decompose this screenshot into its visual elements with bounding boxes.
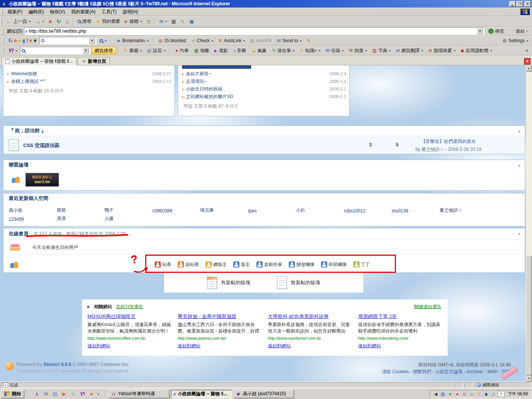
google-settings-button[interactable]: ⚙Settings▾	[500, 36, 530, 45]
print-button[interactable]: ▦	[169, 17, 178, 25]
yahoo-logo[interactable]: Y!▾	[6, 46, 19, 55]
discuz-link[interactable]: Discuz!	[44, 362, 60, 367]
footer-link-clear-cookies[interactable]: 清除 Cookies	[382, 369, 409, 374]
ad-title-link[interactable]: MOSOR馬仕得咖啡豆	[87, 314, 136, 319]
yahoo-knowledge-button[interactable]: ✶知識+▾	[298, 46, 323, 55]
yahoo-web-search-button[interactable]: 網頁搜尋	[91, 47, 116, 54]
yahoo-maps-button[interactable]: ▦地圖	[192, 46, 211, 55]
yahoo-search-input[interactable]: ▾	[20, 47, 90, 54]
google-bookmarks-button[interactable]: ★Bookmarks▾	[114, 36, 151, 45]
toolbar-grip[interactable]	[2, 9, 3, 15]
ads-keyword-link[interactable]: 關鍵連結廣告	[414, 304, 442, 310]
google-search-input[interactable]: G ▾	[40, 37, 97, 44]
vertical-scrollbar[interactable]: ▲ ▼	[526, 65, 532, 382]
quicklaunch-overflow-icon[interactable]: »	[97, 392, 100, 396]
menu-item-view[interactable]: 檢視(V)	[47, 8, 68, 16]
user-link[interactable]: 高小政	[9, 207, 57, 214]
quicklaunch-ie-icon[interactable]: e	[33, 391, 40, 397]
taskbar-task-yahoo-messenger[interactable]: ☺ Yahoo!奇摩即時通	[109, 390, 169, 398]
yahoo-mail-button[interactable]: ✉信箱▾	[323, 46, 346, 55]
thread-link[interactable]: 之前網站被抓的圖片XD	[186, 93, 233, 100]
url-text[interactable]: http://bbs.tw789.net/bbs.php	[29, 28, 86, 34]
toolbar-overflow-button[interactable]: »	[523, 46, 530, 55]
active-tab[interactable]: 小政娛樂論壇 -- 寵物 ‖遊戲 ‖...	[2, 57, 76, 65]
yahoo-auction-button[interactable]: ⚒拍賣▾	[347, 46, 369, 55]
scroll-up-button[interactable]: ▲	[526, 65, 532, 71]
back-button[interactable]: ←上一頁▾	[4, 17, 33, 25]
close-button[interactable]: ✕	[524, 1, 531, 7]
user-link[interactable]: 123456	[9, 217, 57, 222]
minimize-button[interactable]: ▁	[509, 1, 516, 7]
scroll-down-button[interactable]: ▼	[526, 375, 532, 382]
ad-visit-link[interactable]: 連結到網站	[268, 343, 291, 349]
tray-msn-icon[interactable]: ☺	[469, 391, 474, 397]
ime-indicator[interactable]: ✎	[498, 391, 505, 397]
search-button[interactable]: 搜尋	[75, 17, 94, 25]
thread-link[interactable]: 送給大家搭~	[186, 71, 211, 77]
footer-link-contact[interactable]: 聯繫我們	[413, 369, 431, 374]
user-link[interactable]: 屁屁	[57, 207, 104, 214]
yahoo-music-button[interactable]: ♪音樂	[231, 46, 249, 55]
links-button[interactable]: 連結»	[513, 27, 530, 35]
toolbar-grip[interactable]	[2, 38, 3, 44]
address-input[interactable]: e http://bbs.tw789.net/bbs.php ▾	[24, 27, 484, 35]
user-link[interactable]: mu0138	[392, 208, 440, 214]
user-link[interactable]: 小露	[104, 215, 152, 222]
edit-button[interactable]: ✎	[178, 17, 187, 25]
yahoo-settings-button[interactable]: ▤設定▾	[145, 46, 168, 55]
last-post-link[interactable]: 【音樂盒】你們是我的星光	[421, 139, 476, 144]
taskbar-task-forum[interactable]: e 小政娛樂論壇 -- 寵物 ‖...	[171, 390, 232, 398]
tray-display-icon[interactable]: ▤	[440, 391, 445, 397]
ad-visit-link[interactable]: 連結到網站	[87, 343, 110, 349]
user-link[interactable]: 鴨子	[104, 207, 152, 214]
alliance-banner-link[interactable]: 魔獸私服砍王 war3.tw	[25, 173, 59, 187]
toolbar-grip[interactable]	[1, 18, 2, 24]
thread-link[interactable]: 游標上傳測試 ^^"	[11, 78, 46, 85]
autolink-button[interactable]: ↯AutoLink▾	[216, 36, 247, 45]
forward-button[interactable]: →▾	[33, 17, 46, 25]
thread-link[interactable]: 去清境玩~	[186, 78, 207, 85]
footer-link-official[interactable]: 小政官方論壇	[435, 369, 462, 374]
yahoo-translate-button[interactable]: ⇄網頁翻譯▾	[394, 46, 425, 55]
user-link[interactable]: 夏之物語☆	[440, 207, 488, 214]
quicklaunch-yahoo-icon[interactable]: Y!	[79, 391, 86, 397]
highlighter-button[interactable]: ✎	[304, 36, 313, 45]
quicklaunch-messenger-icon[interactable]: ☺	[70, 391, 77, 397]
google-search-button[interactable]: ▾	[97, 36, 109, 45]
menu-item-tools[interactable]: 工具(T)	[98, 8, 119, 16]
menu-item-favorites[interactable]: 我的最愛(A)	[68, 8, 98, 16]
start-button[interactable]: 開始	[1, 390, 24, 398]
menu-item-help[interactable]: 說明(H)	[120, 8, 141, 16]
google-logo[interactable]: Google ▾	[6, 36, 39, 45]
google-search-dropdown[interactable]: ▾	[89, 38, 95, 44]
ad-visit-link[interactable]: 連結到網站	[178, 343, 201, 349]
tray-yahoo-messenger-icon[interactable]: ☺	[462, 391, 467, 397]
taskbar-task-chat[interactable]: ☻ 高小政 (asd7374415)	[233, 390, 294, 398]
tray-chevron-icon[interactable]: ◀	[433, 391, 438, 397]
maximize-button[interactable]: ❐	[516, 1, 523, 7]
collapse-icon[interactable]: ▴	[518, 129, 520, 133]
user-link[interactable]: 漢漢	[57, 215, 104, 222]
yahoo-minipen-button[interactable]: ✎迷你筆▾	[270, 46, 297, 55]
home-button[interactable]: ⌂	[63, 17, 71, 25]
user-link[interactable]: robs10012	[344, 208, 392, 214]
sendto-button[interactable]: ✉Send to▾	[274, 36, 304, 45]
thread-link[interactable]: 小政生日時的祝福	[186, 86, 222, 92]
ad-title-link[interactable]: 喬安旅遊 - 金典中國新遊蹤	[178, 314, 237, 319]
tray-antivirus-icon[interactable]: ●	[447, 391, 453, 397]
tray-network-icon[interactable]: ◆	[483, 391, 489, 397]
yahoo-bookmarks-button[interactable]: ✎書籤▾	[122, 46, 144, 55]
refresh-button[interactable]: ↻	[54, 17, 63, 25]
ad-visit-link[interactable]: 連結到網站	[358, 343, 381, 349]
menu-item-edit[interactable]: 編輯(E)	[25, 8, 47, 16]
scrollbar-thumb[interactable]	[526, 255, 532, 375]
yahoo-movies-button[interactable]: ▶電影	[212, 46, 230, 55]
stop-button[interactable]: ×	[46, 17, 54, 25]
user-link[interactable]: c0950399	[152, 208, 200, 214]
last-post-by[interactable]: by 夏之物語☆ - 2008-2-28 20:19	[386, 146, 511, 153]
quicklaunch-browser-icon[interactable]: ●	[88, 391, 95, 397]
collapse-icon[interactable]: ▴	[518, 163, 520, 167]
ad-title-link[interactable]: 股票網路下單 2折	[358, 314, 397, 319]
user-link[interactable]: tpes	[248, 208, 296, 214]
mail-button[interactable]: ✉▾	[157, 17, 169, 25]
